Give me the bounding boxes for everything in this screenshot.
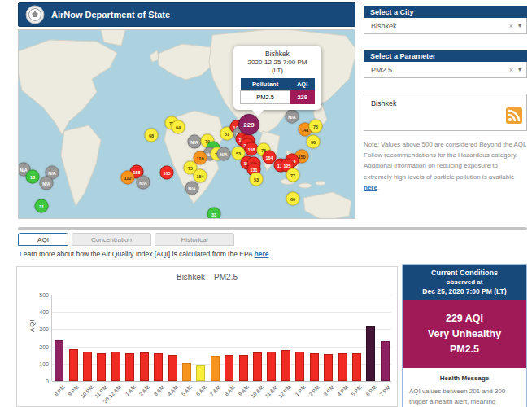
parameter-section: Select a Parameter PM2.5 × ▾	[364, 50, 527, 78]
map-marker[interactable]: 165	[160, 166, 174, 180]
chart-bar[interactable]	[225, 355, 233, 381]
chart-bar[interactable]	[97, 353, 106, 381]
popup-city: Bishkek	[237, 50, 318, 59]
chart-bar[interactable]	[338, 353, 347, 381]
map-marker[interactable]: 31	[35, 199, 49, 213]
popup-table: Pollutant AQI PM2.5 229	[240, 78, 315, 104]
chart-x-tick: 2 AM	[138, 384, 150, 396]
map-marker[interactable]: N/A	[185, 182, 199, 195]
map-marker[interactable]: N/A	[188, 135, 202, 149]
map-marker[interactable]: 77	[286, 168, 300, 182]
tab-historical[interactable]: Historical	[155, 233, 234, 246]
chart-x-tick: 7 AM	[209, 384, 221, 396]
chart-bar[interactable]	[111, 352, 120, 381]
parameter-clear-icon[interactable]: ×	[509, 66, 513, 74]
map-marker[interactable]: 33	[207, 208, 221, 220]
chart-bar[interactable]	[211, 356, 220, 381]
cc-aqi-block: 229 AQI Very Unhealthy PM2.5	[403, 300, 526, 368]
tab-aqi[interactable]: AQI	[18, 233, 68, 246]
chart-bar[interactable]	[69, 349, 78, 381]
chart-bar[interactable]	[83, 352, 92, 381]
chart-x-tick: 10 AM	[249, 384, 264, 399]
chart-bar[interactable]	[55, 340, 63, 381]
chart-bar[interactable]	[182, 363, 191, 381]
city-select[interactable]: Bishkek × ▾	[364, 18, 527, 34]
world-aqi-map[interactable]: N/A18N/AN/A3168766451N/A7050N/A73N/A1107…	[18, 29, 355, 219]
city-caret-icon[interactable]: ▾	[518, 22, 521, 29]
cc-title: Current Conditions	[406, 269, 523, 277]
parameter-section-header: Select a Parameter	[364, 50, 527, 62]
popup-pollutant-value: PM2.5	[241, 90, 290, 103]
map-marker[interactable]: N/A	[286, 110, 299, 124]
tab-concentration[interactable]: Concentration	[72, 233, 151, 246]
chart-bar[interactable]	[125, 353, 134, 381]
chart-x-tick: 4 AM	[167, 384, 179, 396]
chart-x-tick: 7 PM	[379, 384, 392, 397]
chart-tabs: AQI Concentration Historical	[18, 233, 234, 246]
app-title: AirNow Department of State	[51, 10, 170, 20]
chart-bar[interactable]	[154, 353, 163, 381]
map-marker[interactable]: 60	[286, 192, 300, 206]
health-message-text: AQI values between 201 and 300 trigger a…	[409, 387, 520, 407]
parameter-select-value: PM2.5	[371, 66, 509, 74]
epa-link[interactable]: here	[255, 250, 269, 258]
chart-bar[interactable]	[239, 355, 248, 381]
chart-y-tick: 400	[39, 309, 49, 315]
chart-bar[interactable]	[168, 355, 177, 381]
chart-plot-area: 01002003004005008 PM9 PM10 PM11 PM'20 12…	[51, 295, 391, 381]
cc-datetime: Dec 25, 2020 7:00 PM (LT)	[406, 287, 523, 295]
map-marker[interactable]: 90	[307, 135, 321, 149]
chart-bar[interactable]	[366, 326, 375, 381]
chart-title: Bishkek – PM2.5	[17, 273, 397, 282]
map-marker[interactable]: 53	[250, 173, 264, 186]
city-section-header: Select a City	[364, 6, 527, 18]
horizontal-scrollbar[interactable]	[18, 227, 527, 230]
chart-x-tick: 11 AM	[264, 384, 278, 399]
map-marker[interactable]: N/A	[40, 177, 54, 190]
chart-y-tick: 200	[39, 344, 49, 349]
chart-y-tick: 500	[39, 292, 49, 298]
cc-subtitle: observed at	[406, 278, 523, 286]
chart-y-tick: 0	[46, 379, 49, 384]
map-marker[interactable]: 154	[194, 169, 207, 183]
map-marker[interactable]: N/A	[137, 176, 150, 190]
chart-bar[interactable]	[267, 352, 276, 381]
chart-bar[interactable]	[381, 341, 390, 381]
chart-y-axis-label: AQI	[28, 318, 36, 332]
learn-more-text: Learn more about how the Air Quality Ind…	[20, 250, 271, 258]
city-clear-icon[interactable]: ×	[509, 22, 513, 30]
parameter-caret-icon[interactable]: ▾	[518, 66, 521, 73]
chart-x-tick: 4 PM	[336, 384, 349, 397]
chart-bar[interactable]	[196, 365, 205, 381]
chart-x-tick: 6 PM	[364, 384, 377, 397]
chart-bar[interactable]	[310, 353, 319, 381]
map-marker[interactable]: 68	[145, 129, 159, 142]
chart-gridline	[52, 312, 391, 313]
chart-gridline	[52, 295, 391, 295]
chart-x-tick: 3 AM	[152, 384, 164, 396]
chart-x-tick: 1 AM	[124, 384, 136, 396]
chart-bar[interactable]	[253, 352, 262, 381]
map-popup: Bishkek 2020-12-25 7:00 PM (LT) Pollutan…	[233, 46, 321, 110]
chart-x-tick: 12 PM	[277, 384, 292, 399]
learn-more-suffix: .	[269, 250, 271, 258]
rss-icon[interactable]	[506, 107, 522, 127]
map-marker[interactable]: N/A	[217, 147, 231, 161]
health-message-title: Health Message	[409, 374, 520, 382]
parameter-select[interactable]: PM2.5 × ▾	[364, 62, 527, 78]
chart-bar[interactable]	[324, 354, 333, 381]
map-marker[interactable]: 64	[172, 120, 185, 134]
city-section: Select a City Bishkek × ▾	[364, 6, 527, 34]
popup-aqi-value: 229	[290, 90, 315, 103]
chart-bar[interactable]	[352, 353, 361, 381]
chart-x-tick: 9 AM	[238, 384, 250, 396]
map-marker[interactable]: 112	[121, 171, 135, 185]
map-marker[interactable]: 75	[309, 120, 323, 133]
chart-bar[interactable]	[140, 352, 149, 381]
note-here-link[interactable]: here	[364, 184, 377, 191]
right-sidebar: Select a City Bishkek × ▾ Select a Param…	[364, 6, 527, 193]
chart-bar[interactable]	[295, 352, 304, 381]
chart-bar[interactable]	[281, 350, 290, 381]
map-marker[interactable]: 18	[26, 170, 40, 184]
map-marker[interactable]: 229	[238, 114, 259, 135]
